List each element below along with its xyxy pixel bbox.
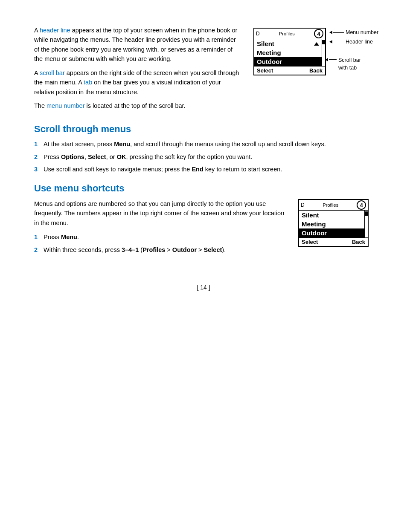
phone-screen-2: D Profiles 4 Silent Meeting bbox=[298, 199, 369, 247]
step-text-3: Use scroll and soft keys to navigate men… bbox=[44, 165, 373, 174]
bold-select-2: Select bbox=[204, 246, 222, 253]
screen-content: Silent Meeting Outdoor bbox=[254, 39, 322, 66]
connector-line bbox=[333, 32, 344, 33]
bold-options: Options bbox=[61, 153, 84, 160]
header-line-label: Header line bbox=[346, 39, 373, 45]
menu-outdoor-2: Outdoor bbox=[299, 228, 364, 237]
connector-line-3 bbox=[329, 59, 337, 60]
scroll-steps: 1 At the start screen, press Menu, and s… bbox=[34, 140, 373, 174]
page-content: A header line appears at the top of your… bbox=[34, 26, 373, 291]
step-text-2: Press Options, Select, or OK, pressing t… bbox=[44, 153, 373, 162]
header-d-2: D bbox=[301, 202, 305, 208]
footer-select-2: Select bbox=[302, 239, 318, 245]
use-step-2: 2 Within three seconds, press 3–4–1 (Pro… bbox=[34, 246, 285, 255]
menu-number-link: menu number bbox=[47, 102, 84, 109]
tab-link: tab bbox=[84, 79, 92, 86]
footer-back-2: Back bbox=[352, 239, 365, 245]
connector-line-2 bbox=[333, 42, 344, 42]
scroll-step-2: 2 Press Options, Select, or OK, pressing… bbox=[34, 153, 373, 162]
scroll-bar bbox=[322, 39, 325, 66]
footer-select: Select bbox=[257, 67, 273, 74]
header-d: D bbox=[256, 31, 260, 37]
header-profiles: Profiles bbox=[260, 31, 314, 36]
bold-341: 3–4–1 bbox=[122, 246, 139, 253]
scroll-bar-link: scroll bar bbox=[40, 69, 65, 76]
step-num-2: 2 bbox=[34, 153, 44, 162]
diagram2: D Profiles 4 Silent Meeting bbox=[298, 199, 373, 258]
use-menu-heading: Use menu shortcuts bbox=[34, 183, 373, 194]
scroll-bar-2 bbox=[364, 211, 368, 237]
screen-inner: Silent Meeting Outdoor bbox=[254, 39, 325, 66]
step-num-3: 3 bbox=[34, 165, 44, 174]
menu-number-label: Menu number bbox=[346, 29, 378, 35]
phone-header-2: D Profiles 4 bbox=[299, 200, 368, 211]
bold-profiles: Profiles bbox=[142, 246, 165, 253]
header-num-circle: 4 bbox=[314, 29, 323, 38]
use-menu-content: Menus and options are numbered so that y… bbox=[34, 199, 373, 258]
scrollbar-label: Scroll barwith tab bbox=[338, 57, 361, 72]
screen-inner-2: Silent Meeting Outdoor bbox=[299, 211, 368, 237]
bold-end: End bbox=[192, 166, 203, 173]
header-num-circle-2: 4 bbox=[357, 200, 366, 210]
scroll-heading: Scroll through menus bbox=[34, 124, 373, 135]
header-profiles-2: Profiles bbox=[305, 202, 357, 208]
menu-outdoor: Outdoor bbox=[254, 57, 322, 66]
use-menu-desc: Menus and options are numbered so that y… bbox=[34, 199, 285, 228]
arrow-left-icon-3 bbox=[325, 58, 328, 61]
use-step-text-2: Within three seconds, press 3–4–1 (Profi… bbox=[44, 246, 285, 255]
menu-meeting: Meeting bbox=[254, 48, 322, 57]
bold-ok: OK bbox=[117, 153, 126, 160]
phone-footer-1: Select Back bbox=[254, 66, 325, 75]
scrollbar-annotation: Scroll barwith tab bbox=[325, 57, 361, 72]
para1-before: A bbox=[34, 27, 40, 34]
intro-text: A header line appears at the top of your… bbox=[34, 26, 241, 115]
footer-back: Back bbox=[309, 67, 323, 74]
para1: A header line appears at the top of your… bbox=[34, 26, 241, 64]
menu-silent-2: Silent bbox=[299, 211, 364, 220]
use-menu-steps: 1 Press Menu. 2 Within three seconds, pr… bbox=[34, 233, 285, 255]
bold-menu-2: Menu bbox=[61, 234, 77, 240]
screen-content-2: Silent Meeting Outdoor bbox=[299, 211, 364, 237]
phone-screen-1: D Profiles 4 Silent Meeting bbox=[253, 28, 326, 75]
use-menu-left: Menus and options are numbered so that y… bbox=[34, 199, 285, 258]
step-num-1: 1 bbox=[34, 140, 44, 149]
bold-select: Select bbox=[88, 153, 106, 160]
use-step-num-2: 2 bbox=[34, 246, 44, 255]
header-line-annotation: Header line bbox=[329, 39, 373, 45]
menu-meeting-2: Meeting bbox=[299, 220, 364, 228]
menu-number-annotation: Menu number bbox=[329, 29, 378, 35]
menu-silent: Silent bbox=[254, 39, 322, 48]
use-step-1: 1 Press Menu. bbox=[34, 233, 285, 242]
para3-after: is located at the top of the scroll bar. bbox=[84, 102, 185, 109]
bold-outdoor: Outdoor bbox=[172, 246, 197, 253]
diagram1: D Profiles 4 Silent Meeting bbox=[253, 28, 373, 115]
scroll-step-3: 3 Use scroll and soft keys to navigate m… bbox=[34, 165, 373, 174]
phone-header-1: D Profiles 4 bbox=[254, 29, 325, 39]
scroll-tab bbox=[322, 40, 326, 44]
intro-section: A header line appears at the top of your… bbox=[34, 26, 373, 115]
para2: A scroll bar appears on the right side o… bbox=[34, 68, 241, 97]
bold-menu-1: Menu bbox=[114, 141, 130, 147]
page-number: [ 14 ] bbox=[197, 284, 210, 291]
arrow-left-icon bbox=[329, 31, 332, 34]
arrow-up-icon bbox=[314, 42, 319, 46]
use-menu-section: Use menu shortcuts Menus and options are… bbox=[34, 183, 373, 258]
para3: The menu number is located at the top of… bbox=[34, 101, 241, 110]
scroll-tab-2 bbox=[365, 211, 368, 216]
arrow-left-icon-2 bbox=[329, 40, 332, 43]
scroll-step-1: 1 At the start screen, press Menu, and s… bbox=[34, 140, 373, 149]
step-text-1: At the start screen, press Menu, and scr… bbox=[44, 140, 373, 149]
use-step-text-1: Press Menu. bbox=[44, 233, 285, 242]
use-step-num-1: 1 bbox=[34, 233, 44, 242]
para3-before: The bbox=[34, 102, 47, 109]
phone-footer-2: Select Back bbox=[299, 237, 368, 246]
page-footer: [ 14 ] bbox=[34, 284, 373, 291]
scroll-through-section: Scroll through menus 1 At the start scre… bbox=[34, 124, 373, 174]
para2-before: A bbox=[34, 69, 40, 76]
header-line-link: header line bbox=[40, 27, 70, 34]
